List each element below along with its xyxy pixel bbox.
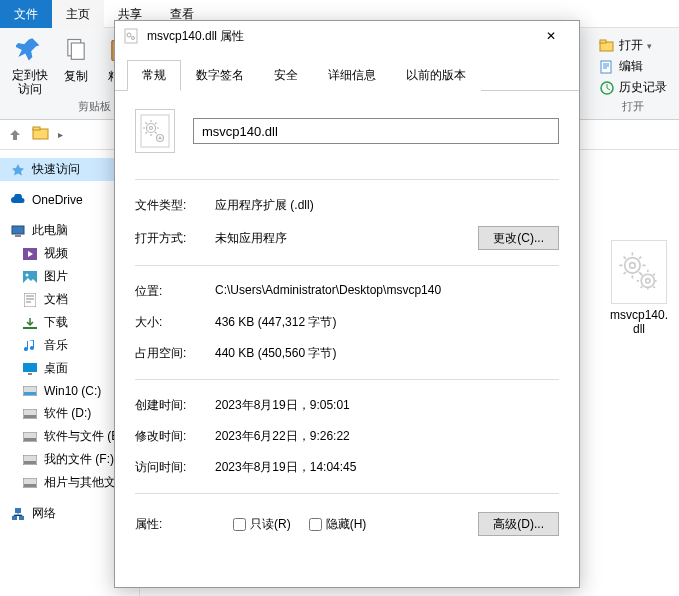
drive-icon [22,429,38,445]
svg-point-35 [641,274,654,287]
label-attributes: 属性: [135,516,215,533]
checkbox-hidden[interactable]: 隐藏(H) [309,516,367,533]
label-size: 大小: [135,314,215,331]
svg-rect-16 [24,293,36,307]
svg-rect-21 [24,392,36,395]
row-disksize: 占用空间: 440 KB (450,560 字节) [135,338,559,369]
up-icon[interactable] [4,124,26,146]
svg-rect-7 [601,61,611,73]
drive-icon [22,452,38,468]
video-icon [22,246,38,262]
hidden-checkbox-input[interactable] [309,518,322,531]
copy-icon [60,34,92,66]
row-attributes: 属性: 只读(R) 隐藏(H) 高级(D)... [135,504,559,544]
star-icon [10,162,26,178]
dialog-tabs: 常规 数字签名 安全 详细信息 以前的版本 [115,51,579,91]
pin-icon [14,34,46,66]
document-icon [22,292,38,308]
label-accessed: 访问时间: [135,459,215,476]
change-button[interactable]: 更改(C)... [478,226,559,250]
close-icon: ✕ [546,29,556,43]
value-modified: 2023年6月22日，9:26:22 [215,428,559,445]
tab-previous-versions[interactable]: 以前的版本 [391,60,481,91]
value-type: 应用程序扩展 (.dll) [215,197,559,214]
network-icon [10,506,26,522]
dialog-title: msvcp140.dll 属性 [147,28,523,45]
drive-icon [22,383,38,399]
svg-rect-10 [33,127,40,130]
edit-button[interactable]: 编辑 [595,57,671,76]
close-button[interactable]: ✕ [531,21,571,51]
ribbon-group-open: 打开 ▾ 编辑 历史记录 打开 [589,32,677,115]
pc-icon [10,223,26,239]
readonly-checkbox-input[interactable] [233,518,246,531]
copy-button[interactable]: 复制 [54,32,98,99]
svg-rect-12 [15,235,21,237]
advanced-button[interactable]: 高级(D)... [478,512,559,536]
file-item[interactable]: msvcp140.dll [609,240,669,336]
drive-icon [22,406,38,422]
svg-rect-18 [23,363,37,372]
svg-rect-30 [15,508,21,513]
label-openwith: 打开方式: [135,230,215,247]
history-icon [599,80,615,96]
chevron-down-icon: ▾ [647,41,652,51]
value-openwith: 未知应用程序 [215,230,478,247]
dll-icon [135,109,175,153]
file-name: msvcp140.dll [609,308,669,336]
chevron-right-icon[interactable]: ▸ [58,129,63,140]
checkbox-readonly[interactable]: 只读(R) [233,516,291,533]
row-size: 大小: 436 KB (447,312 字节) [135,307,559,338]
file-header [135,109,559,153]
cloud-icon [10,192,26,208]
svg-rect-6 [600,40,606,43]
svg-rect-31 [12,516,17,520]
filename-input[interactable] [193,118,559,144]
open-icon [599,38,615,54]
value-size: 436 KB (447,312 字节) [215,314,559,331]
svg-rect-29 [24,484,36,487]
svg-rect-17 [23,327,37,329]
row-created: 创建时间: 2023年8月19日，9:05:01 [135,390,559,421]
svg-rect-11 [12,226,24,234]
svg-rect-19 [28,373,32,375]
value-accessed: 2023年8月19日，14:04:45 [215,459,559,476]
edit-icon [599,59,615,75]
tab-file[interactable]: 文件 [0,0,52,28]
dll-icon [123,28,139,44]
dialog-body: 文件类型: 应用程序扩展 (.dll) 打开方式: 未知应用程序 更改(C)..… [115,91,579,587]
tab-security[interactable]: 安全 [259,60,313,91]
svg-rect-23 [24,415,36,418]
picture-icon [22,269,38,285]
svg-point-34 [630,263,636,269]
tab-general[interactable]: 常规 [127,60,181,91]
svg-point-33 [625,258,640,273]
label-location: 位置: [135,283,215,300]
svg-rect-27 [24,461,36,464]
music-icon [22,338,38,354]
label-created: 创建时间: [135,397,215,414]
svg-point-15 [26,273,29,276]
folder-icon [32,125,52,145]
value-created: 2023年8月19日，9:05:01 [215,397,559,414]
open-button[interactable]: 打开 ▾ [595,36,671,55]
tab-digital-signature[interactable]: 数字签名 [181,60,259,91]
pin-button[interactable]: 定到快 访问 [6,32,54,99]
group-label-clipboard: 剪贴板 [78,99,111,116]
label-type: 文件类型: [135,197,215,214]
tab-home[interactable]: 主页 [52,0,104,28]
history-button[interactable]: 历史记录 [595,78,671,97]
desktop-icon [22,361,38,377]
svg-point-36 [646,279,650,283]
group-label-open: 打开 [595,99,671,116]
label-disksize: 占用空间: [135,345,215,362]
row-location: 位置: C:\Users\Administrator\Desktop\msvcp… [135,276,559,307]
value-disksize: 440 KB (450,560 字节) [215,345,559,362]
svg-rect-32 [19,516,24,520]
copy-label: 复制 [64,68,88,85]
row-modified: 修改时间: 2023年6月22日，9:26:22 [135,421,559,452]
tab-details[interactable]: 详细信息 [313,60,391,91]
svg-rect-25 [24,438,36,441]
row-type: 文件类型: 应用程序扩展 (.dll) [135,190,559,221]
label-modified: 修改时间: [135,428,215,445]
